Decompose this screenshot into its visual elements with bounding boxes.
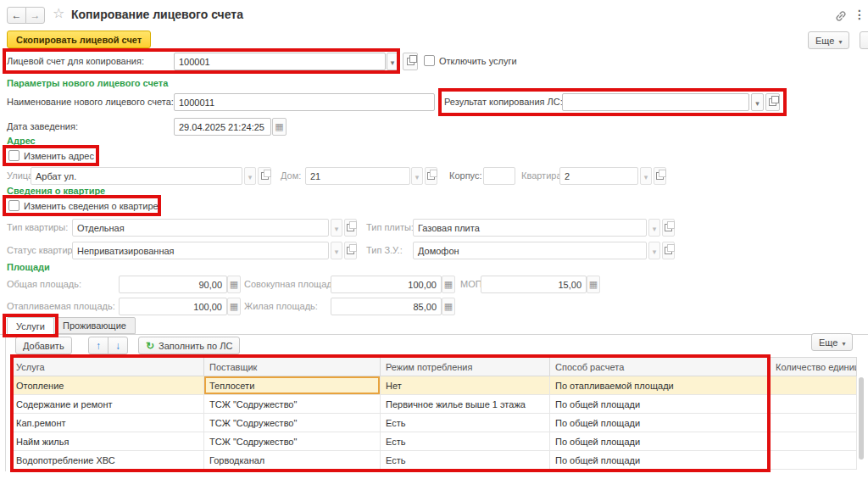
table-cell[interactable] [771,414,857,432]
mop-calc-button[interactable] [587,276,600,293]
source-account-open-button[interactable] [403,53,418,70]
column-header[interactable]: Услуга [11,358,204,376]
zu-type-open-button[interactable] [662,242,675,259]
column-header[interactable]: Поставщик [204,358,381,376]
link-icon[interactable] [834,9,848,23]
table-cell[interactable]: ТСЖ "Содружество" [204,395,381,414]
apartment-status-input[interactable]: Неприватизированная [72,242,329,259]
copy-result-dropdown-button[interactable] [751,93,764,111]
copy-result-label: Результат копирования ЛС: [444,97,563,107]
living-area-input[interactable]: 85,00 [331,298,442,315]
vertical-scrollbar[interactable] [859,377,864,460]
table-cell[interactable]: ТСЖ "Содружество" [204,414,381,432]
living-area-calc-button[interactable] [442,298,455,315]
zu-type-input[interactable]: Домофон [413,242,647,259]
table-cell[interactable]: Есть [381,451,550,470]
apartment-status-dropdown-button[interactable] [331,242,342,259]
more-button-top[interactable]: Еще [808,31,849,49]
move-up-button[interactable]: ↑ [88,337,108,354]
mop-input[interactable]: 15,00 [481,276,587,293]
kebab-menu-icon[interactable] [854,8,865,21]
source-account-dropdown-button[interactable] [387,53,398,70]
tab-services[interactable]: Услуги [7,317,54,335]
copy-account-button[interactable]: Скопировать лицевой счет [7,31,151,48]
heated-area-input[interactable]: 100,00 [119,298,227,315]
change-address-checkbox[interactable] [8,150,19,161]
building-input[interactable] [483,167,515,185]
tab-residents[interactable]: Проживающие [53,317,136,334]
copy-result-input[interactable] [562,93,749,111]
apartment-status-open-button[interactable] [344,242,357,259]
aggregate-area-calc-button[interactable] [442,276,455,293]
disable-services-checkbox[interactable] [424,55,435,66]
street-input[interactable]: Арбат ул. [31,167,242,185]
stove-type-value: Газовая плита [418,223,480,233]
stove-type-open-button[interactable] [662,219,675,237]
table-cell[interactable] [771,395,857,414]
table-cell[interactable]: По общей площади [550,451,771,470]
stove-type-input[interactable]: Газовая плита [413,219,647,237]
clipped-button[interactable] [860,31,868,49]
source-account-input[interactable]: 100001 [174,53,386,70]
forward-button[interactable]: → [25,7,45,24]
table-cell[interactable]: Есть [381,432,550,451]
table-cell[interactable] [771,432,857,451]
flat-dropdown-button[interactable] [640,167,652,185]
street-open-button[interactable] [258,167,271,185]
stove-type-dropdown-button[interactable] [648,219,660,237]
heated-area-calc-button[interactable] [227,298,241,315]
table-cell[interactable]: По общей площади [550,395,771,414]
table-cell[interactable]: По общей площади [550,414,771,432]
areas-section-title: Площади [7,262,50,272]
table-cell[interactable]: Теплосети [204,376,381,395]
column-header[interactable]: Режим потребления [381,358,550,376]
table-cell[interactable]: Первичное жилье выше 1 этажа [381,395,550,414]
favorite-star-icon[interactable] [53,5,64,21]
creation-date-input[interactable]: 29.04.2025 21:24:25 [174,118,271,136]
back-button[interactable]: ← [7,7,26,24]
apartment-type-input[interactable]: Отдельная [72,219,329,237]
table-cell[interactable]: Горводканал [204,451,381,470]
table-row[interactable]: Найм жильяТСЖ "Содружество"ЕстьПо общей … [11,432,857,451]
more-button-table[interactable]: Еще [811,333,853,351]
table-cell[interactable]: По отапливаемой площади [550,376,771,395]
flat-input[interactable]: 2 [559,167,638,185]
table-cell[interactable] [771,376,857,395]
zu-type-dropdown-button[interactable] [648,242,660,259]
apartment-type-dropdown-button[interactable] [331,219,342,237]
house-input[interactable]: 21 [305,167,410,185]
table-cell[interactable]: Есть [381,414,550,432]
street-dropdown-button[interactable] [244,167,256,185]
total-area-calc-button[interactable] [227,276,241,293]
table-cell[interactable]: По общей площади [550,432,771,451]
column-header[interactable]: Способ расчета [550,358,771,376]
new-name-input[interactable]: 1000011 [174,93,435,111]
table-cell[interactable]: Кап.ремонт [11,414,204,432]
calendar-icon [275,121,283,132]
table-row[interactable]: Кап.ремонтТСЖ "Содружество"ЕстьПо общей … [11,414,857,432]
house-open-button[interactable] [425,167,437,185]
table-cell[interactable]: ТСЖ "Содружество" [204,432,381,451]
table-cell[interactable]: Нет [381,376,550,395]
table-cell[interactable]: Найм жилья [11,432,204,451]
table-row[interactable]: Водопотребление ХВСГорводканалЕстьПо общ… [11,451,857,470]
dropdown-icon [391,57,395,67]
table-cell[interactable]: Отопление [11,376,204,395]
house-dropdown-button[interactable] [411,167,423,185]
column-header[interactable]: Количество единиц потребления [771,358,857,376]
aggregate-area-input[interactable]: 100,00 [331,276,442,293]
add-row-button[interactable]: Добавить [15,337,72,354]
move-down-button[interactable]: ↓ [108,337,128,354]
table-cell[interactable] [771,451,857,470]
calendar-button[interactable] [272,118,287,136]
flat-open-button[interactable] [654,167,666,185]
table-row[interactable]: Содержание и ремонтТСЖ "Содружество"Перв… [11,395,857,414]
apartment-type-open-button[interactable] [344,219,357,237]
total-area-input[interactable]: 90,00 [119,276,227,293]
table-cell[interactable]: Содержание и ремонт [11,395,204,414]
fill-by-account-button[interactable]: Заполнить по ЛС [138,337,240,354]
copy-result-open-button[interactable] [765,93,780,111]
change-apartment-checkbox[interactable] [8,200,19,211]
table-row[interactable]: ОтоплениеТеплосетиНетПо отапливаемой пло… [11,376,857,395]
table-cell[interactable]: Водопотребление ХВС [11,451,204,470]
